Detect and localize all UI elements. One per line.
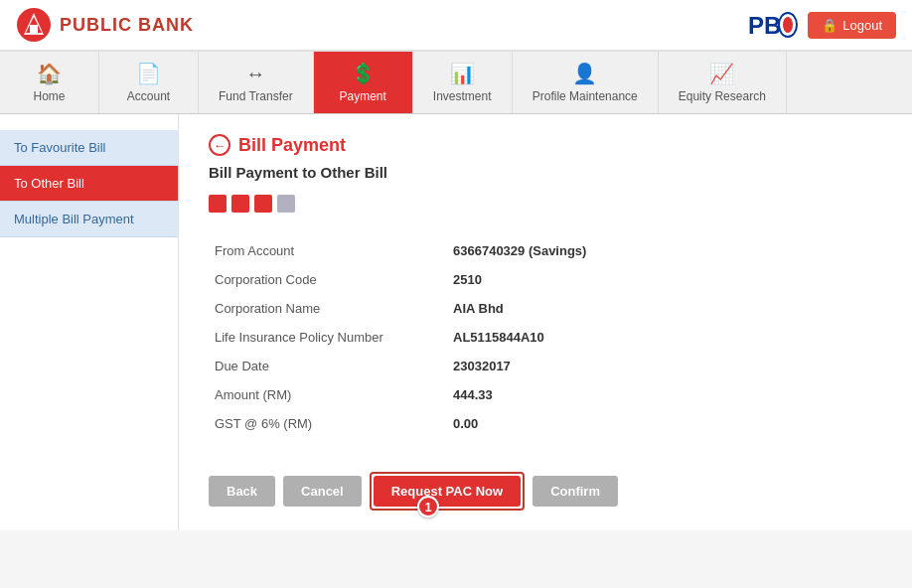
field-label-due-date: Due Date <box>209 352 447 380</box>
cancel-button[interactable]: Cancel <box>283 476 362 507</box>
transfer-icon: ↔ <box>245 63 265 85</box>
back-arrow-button[interactable]: ← <box>209 134 230 156</box>
field-value-corp-name: AIA Bhd <box>447 294 882 323</box>
table-row: Due Date 23032017 <box>209 352 882 380</box>
pb-logo-icon: PB <box>746 8 798 42</box>
table-row: From Account 6366740329 (Savings) <box>209 236 882 265</box>
nav-payment[interactable]: 💲 Payment <box>314 52 413 113</box>
field-value-gst: 0.00 <box>447 409 882 438</box>
step-4-indicator <box>277 195 295 213</box>
field-value-policy-number: AL5115844A10 <box>447 323 882 352</box>
page-title-area: ← Bill Payment <box>209 134 882 156</box>
bank-name: PUBLIC BANK <box>60 15 194 36</box>
table-row: Amount (RM) 444.33 <box>209 380 882 409</box>
top-header: PUBLIC BANK PB 🔒 Logout <box>0 0 912 52</box>
equity-icon: 📈 <box>709 62 734 85</box>
sidebar-item-favourite-bill[interactable]: To Favourite Bill <box>0 130 178 166</box>
field-label-policy-number: Life Insurance Policy Number <box>209 323 447 352</box>
action-buttons: Back Cancel Request PAC Now Confirm <box>209 472 618 511</box>
nav-fund-transfer[interactable]: ↔ Fund Transfer <box>199 52 314 113</box>
logout-button[interactable]: 🔒 Logout <box>808 12 896 39</box>
step-badge: 1 <box>417 496 439 517</box>
nav-investment[interactable]: 📊 Investment <box>413 52 513 113</box>
request-pac-button[interactable]: Request PAC Now <box>374 476 521 507</box>
svg-point-6 <box>783 17 793 33</box>
table-row: GST @ 6% (RM) 0.00 <box>209 409 882 438</box>
main-layout: To Favourite Bill To Other Bill Multiple… <box>0 114 912 530</box>
field-label-amount: Amount (RM) <box>209 380 447 409</box>
header-right: PB 🔒 Logout <box>746 8 896 42</box>
nav-home[interactable]: 🏠 Home <box>0 52 99 113</box>
nav-equity[interactable]: 📈 Equity Research <box>659 52 787 113</box>
confirm-button[interactable]: Confirm <box>532 476 618 507</box>
nav-account[interactable]: 📄 Account <box>99 52 199 113</box>
nav-bar: 🏠 Home 📄 Account ↔ Fund Transfer 💲 Payme… <box>0 52 912 114</box>
field-label-corp-name: Corporation Name <box>209 294 447 323</box>
request-pac-highlight: Request PAC Now <box>370 472 525 511</box>
account-icon: 📄 <box>136 62 161 85</box>
content-area: ← Bill Payment Bill Payment to Other Bil… <box>179 114 912 530</box>
field-label-corp-code: Corporation Code <box>209 265 447 294</box>
field-value-corp-code: 2510 <box>447 265 882 294</box>
field-label-from-account: From Account <box>209 236 447 265</box>
sidebar-item-multiple-bill[interactable]: Multiple Bill Payment <box>0 202 178 237</box>
table-row: Corporation Name AIA Bhd <box>209 294 882 323</box>
field-value-from-account: 6366740329 (Savings) <box>447 236 882 265</box>
table-row: Life Insurance Policy Number AL5115844A1… <box>209 323 882 352</box>
step-2-indicator <box>231 195 249 213</box>
sidebar: To Favourite Bill To Other Bill Multiple… <box>0 114 179 530</box>
logo-area: PUBLIC BANK <box>16 7 194 43</box>
bank-logo-icon <box>16 7 52 43</box>
back-button[interactable]: Back <box>209 476 275 507</box>
nav-profile[interactable]: 👤 Profile Maintenance <box>513 52 659 113</box>
form-table: From Account 6366740329 (Savings) Corpor… <box>209 236 882 438</box>
profile-icon: 👤 <box>572 62 597 85</box>
page-title: Bill Payment <box>238 135 346 156</box>
step-1-indicator <box>209 195 227 213</box>
step-3-indicator <box>254 195 272 213</box>
svg-rect-3 <box>30 25 38 33</box>
home-icon: 🏠 <box>37 62 62 85</box>
investment-icon: 📊 <box>450 62 475 85</box>
lock-icon: 🔒 <box>822 18 837 33</box>
svg-text:PB: PB <box>748 12 781 39</box>
payment-icon: 💲 <box>351 62 376 85</box>
field-value-amount: 444.33 <box>447 380 882 409</box>
field-label-gst: GST @ 6% (RM) <box>209 409 447 438</box>
table-row: Corporation Code 2510 <box>209 265 882 294</box>
field-value-due-date: 23032017 <box>447 352 882 380</box>
sidebar-item-other-bill[interactable]: To Other Bill <box>0 166 178 202</box>
step-indicators <box>209 195 882 213</box>
page-subtitle: Bill Payment to Other Bill <box>209 164 882 181</box>
